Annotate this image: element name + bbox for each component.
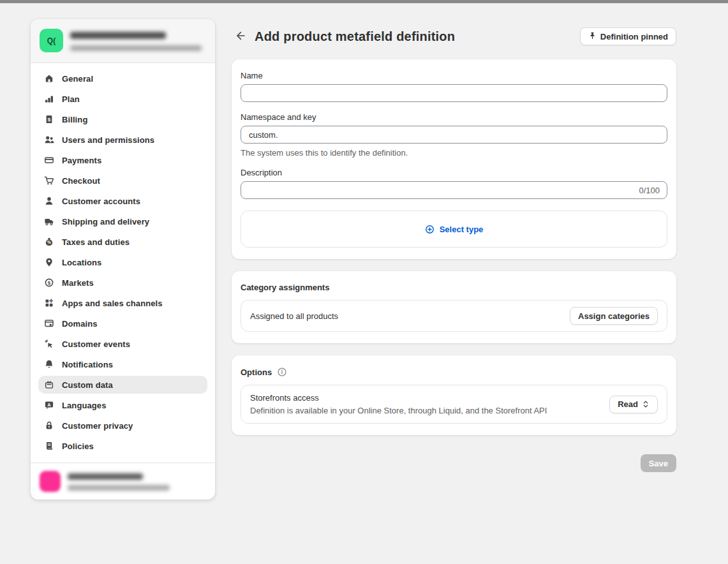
sidebar-item-label: Billing [62, 115, 87, 124]
cart-icon [43, 175, 54, 186]
sidebar-item-label: General [62, 74, 93, 84]
database-icon [43, 380, 54, 390]
cursor-click-icon [43, 339, 54, 350]
window-top-strip [0, 0, 728, 3]
user-email-redacted [68, 485, 170, 491]
chevron-up-down-icon [642, 399, 650, 409]
apps-grid-icon [43, 298, 54, 309]
access-select-value: Read [618, 399, 638, 409]
users-icon [43, 135, 54, 145]
store-domain-redacted [70, 45, 202, 51]
definition-card: Name Namespace and key The system uses t… [232, 59, 676, 259]
sidebar-item-label: Notifications [62, 360, 113, 369]
globe-icon: $ [43, 278, 54, 288]
options-card: Options Storefronts access Definition is… [232, 355, 676, 435]
sidebar-item-customer-privacy[interactable]: Customer privacy [38, 417, 207, 434]
sidebar-item-label: Shipping and delivery [62, 217, 149, 226]
user-avatar [40, 471, 61, 492]
storefronts-access-title: Storefronts access [250, 393, 547, 403]
sidebar-item-plan[interactable]: Plan [38, 90, 207, 108]
sidebar-item-label: Custom data [62, 380, 113, 390]
sidebar-item-apps-and-sales-channels[interactable]: Apps and sales channels [38, 294, 207, 312]
sidebar-item-customer-accounts[interactable]: Customer accounts [38, 192, 207, 210]
assign-categories-button[interactable]: Assign categories [570, 307, 658, 325]
sidebar-item-label: Markets [62, 278, 94, 288]
page-title: Add product metafield definition [255, 29, 455, 44]
svg-text:%: % [47, 240, 51, 244]
store-avatar: Q( [40, 29, 63, 52]
person-icon [43, 196, 54, 207]
select-type-label: Select type [440, 225, 484, 234]
sidebar-item-domains[interactable]: Domains [38, 315, 207, 332]
description-input[interactable] [241, 181, 667, 199]
sidebar-item-policies[interactable]: Policies [38, 437, 207, 455]
taxes-icon: % [43, 237, 54, 248]
sidebar-item-label: Domains [62, 319, 98, 329]
billing-icon: $ [43, 114, 54, 125]
sidebar-item-checkout[interactable]: Checkout [38, 172, 207, 189]
sidebar-item-taxes-and-duties[interactable]: %Taxes and duties [38, 233, 207, 251]
sidebar-item-label: Plan [62, 94, 80, 104]
sidebar-item-label: Languages [62, 401, 107, 410]
svg-text:A: A [47, 402, 51, 408]
description-label: Description [241, 168, 667, 177]
main-content: Add product metafield definition Definit… [232, 26, 676, 472]
truck-icon [43, 216, 54, 227]
settings-sidebar: Q( GeneralPlan$BillingUsers and permissi… [31, 19, 215, 500]
category-assignment-row: Assigned to all products Assign categori… [241, 300, 667, 332]
lock-icon [43, 420, 54, 431]
sidebar-item-billing[interactable]: $Billing [38, 110, 207, 128]
namespace-and-key-input[interactable] [241, 126, 667, 144]
sidebar-item-label: Users and permissions [62, 135, 154, 145]
plan-icon [43, 94, 54, 105]
sidebar-item-markets[interactable]: $Markets [38, 274, 207, 292]
sidebar-item-shipping-and-delivery[interactable]: Shipping and delivery [38, 212, 207, 230]
sidebar-item-notifications[interactable]: Notifications [38, 355, 207, 373]
sidebar-item-label: Customer privacy [62, 421, 133, 431]
storefront-access-select[interactable]: Read [609, 396, 658, 413]
sidebar-item-label: Apps and sales channels [62, 299, 163, 308]
payments-icon [43, 155, 54, 166]
name-label: Name [241, 71, 667, 80]
namespace-label: Namespace and key [241, 112, 667, 122]
category-assignments-card: Category assignments Assigned to all pro… [232, 271, 676, 343]
select-type-button[interactable]: Select type [421, 224, 487, 235]
save-button[interactable]: Save [641, 454, 676, 472]
sidebar-item-label: Customer events [62, 339, 130, 349]
storefronts-access-row: Storefronts access Definition is availab… [241, 385, 667, 424]
page-header: Add product metafield definition Definit… [232, 26, 676, 47]
settings-nav: GeneralPlan$BillingUsers and permissions… [31, 63, 215, 461]
policies-icon [43, 441, 54, 452]
sidebar-item-payments[interactable]: Payments [38, 151, 207, 169]
sidebar-item-label: Checkout [62, 176, 100, 186]
sidebar-item-languages[interactable]: ALanguages [38, 396, 207, 414]
sidebar-item-label: Payments [62, 156, 101, 165]
type-selector-area: Select type [241, 211, 667, 248]
storefronts-access-description: Definition is available in your Online S… [250, 406, 547, 415]
character-counter: 0/100 [639, 186, 660, 195]
namespace-help-text: The system uses this to identify the def… [241, 148, 667, 158]
svg-text:$: $ [47, 117, 50, 122]
store-icon [43, 73, 54, 84]
sidebar-item-locations[interactable]: Locations [38, 253, 207, 271]
sidebar-item-label: Customer accounts [62, 197, 140, 206]
sidebar-item-label: Policies [62, 442, 94, 451]
store-switcher[interactable]: Q( [31, 19, 215, 63]
store-name-redacted [70, 32, 166, 39]
sidebar-item-custom-data[interactable]: Custom data [38, 376, 207, 394]
user-name-redacted [68, 473, 143, 480]
user-account-row[interactable] [31, 463, 215, 500]
sidebar-item-users-and-permissions[interactable]: Users and permissions [38, 131, 207, 149]
name-input[interactable] [241, 84, 667, 102]
circle-plus-icon [425, 225, 435, 234]
back-button[interactable] [232, 27, 249, 45]
assigned-to-text: Assigned to all products [250, 311, 338, 321]
definition-pinned-label: Definition pinned [600, 32, 668, 41]
info-icon[interactable] [277, 367, 287, 377]
bell-icon [43, 359, 54, 370]
sidebar-item-customer-events[interactable]: Customer events [38, 335, 207, 353]
sidebar-item-general[interactable]: General [38, 70, 207, 87]
definition-pinned-button[interactable]: Definition pinned [580, 27, 676, 45]
sidebar-item-label: Locations [62, 258, 101, 267]
translate-icon: A [43, 400, 54, 411]
